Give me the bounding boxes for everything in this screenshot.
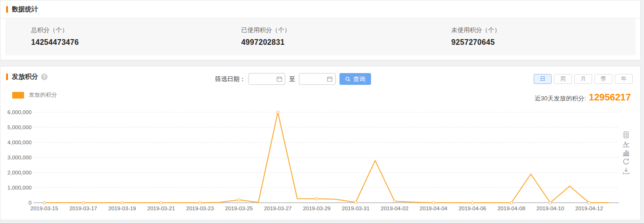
date-filter-label: 筛选日期： (215, 75, 246, 83)
chart-legend[interactable]: 发放的积分 (12, 91, 57, 99)
period-tabs: 日 周 月 季 年 (531, 74, 633, 84)
svg-text:4,000,000: 4,000,000 (8, 140, 32, 145)
svg-text:2,000,000: 2,000,000 (8, 170, 32, 175)
issued-points-title: 发放积分 (12, 73, 38, 81)
svg-text:5,000,000: 5,000,000 (8, 124, 32, 130)
stats-panel-title: 数据统计 (12, 5, 38, 14)
tab-year[interactable]: 年 (615, 74, 633, 84)
stat-unused-points: 未使用积分（个） 9257270645 (425, 26, 636, 47)
stats-box: 总积分（个） 14254473476 已使用积分（个） 4997202831 未… (5, 18, 636, 55)
svg-text:2019-03-15: 2019-03-15 (31, 206, 58, 211)
bar-chart-icon[interactable] (622, 149, 630, 157)
svg-text:2019-03-25: 2019-03-25 (225, 206, 253, 211)
start-date-wrap (248, 73, 285, 85)
stat-used-points: 已使用积分（个） 4997202831 (215, 26, 426, 47)
data-view-icon[interactable] (622, 131, 630, 139)
issued-points-header: 发放积分 ? (6, 73, 48, 81)
stat-label: 总积分（个） (31, 26, 215, 34)
summary-label: 近30天发放的积分: (535, 94, 586, 103)
svg-text:2019-03-21: 2019-03-21 (147, 206, 175, 211)
end-date-input[interactable] (299, 73, 336, 85)
title-accent-bar (6, 74, 8, 80)
date-filter: 筛选日期： 至 查询 (215, 73, 371, 85)
title-accent-bar (6, 6, 8, 13)
svg-text:3,000,000: 3,000,000 (8, 155, 32, 160)
summary-value: 12956217 (589, 92, 631, 103)
download-icon[interactable] (622, 167, 630, 174)
search-button[interactable]: 查询 (339, 73, 371, 85)
legend-label: 发放的积分 (29, 91, 57, 99)
chart-toolbox (622, 131, 630, 176)
stat-value: 9257270645 (451, 38, 636, 47)
svg-text:2019-04-06: 2019-04-06 (459, 206, 487, 211)
svg-text:2019-04-12: 2019-04-12 (575, 206, 603, 211)
svg-text:2019-03-17: 2019-03-17 (69, 206, 97, 211)
svg-text:2019-03-19: 2019-03-19 (108, 206, 136, 211)
thirty-day-summary: 近30天发放的积分: 12956217 (535, 92, 631, 103)
svg-text:2019-03-27: 2019-03-27 (264, 206, 292, 211)
restore-icon[interactable] (622, 158, 630, 165)
tab-month[interactable]: 月 (574, 74, 592, 84)
search-button-label: 查询 (353, 75, 365, 83)
svg-text:2019-03-31: 2019-03-31 (342, 206, 370, 211)
stat-label: 已使用积分（个） (241, 26, 426, 34)
legend-swatch (12, 92, 24, 99)
svg-text:2019-04-08: 2019-04-08 (497, 206, 525, 211)
end-date-wrap (299, 73, 336, 85)
svg-text:1,000,000: 1,000,000 (8, 185, 32, 190)
svg-text:2019-03-23: 2019-03-23 (186, 206, 214, 211)
help-icon[interactable]: ? (41, 74, 48, 80)
stats-panel: 数据统计 总积分（个） 14254473476 已使用积分（个） 4997202… (0, 0, 641, 60)
tab-day[interactable]: 日 (534, 74, 552, 84)
start-date-input[interactable] (248, 73, 285, 85)
svg-text:2019-04-04: 2019-04-04 (420, 206, 447, 211)
svg-text:0: 0 (29, 200, 32, 206)
svg-text:2019-04-02: 2019-04-02 (381, 206, 409, 211)
svg-text:2019-03-29: 2019-03-29 (303, 206, 330, 211)
stat-value: 14254473476 (31, 38, 215, 47)
svg-text:2019-04-10: 2019-04-10 (537, 206, 564, 211)
tab-week[interactable]: 周 (554, 74, 572, 84)
tab-quarter[interactable]: 季 (594, 74, 612, 84)
issued-points-line-chart[interactable]: 01,000,0002,000,0003,000,0004,000,0005,0… (0, 105, 644, 216)
line-chart-icon[interactable] (622, 140, 630, 148)
svg-text:6,000,000: 6,000,000 (8, 109, 32, 115)
stat-value: 4997202831 (241, 38, 426, 47)
stat-label: 未使用积分（个） (451, 26, 636, 34)
stat-total-points: 总积分（个） 14254473476 (5, 26, 215, 47)
stats-panel-header: 数据统计 (0, 0, 640, 18)
date-range-to-label: 至 (289, 75, 295, 83)
search-icon (345, 76, 351, 82)
issued-points-panel: 发放积分 ? 筛选日期： 至 查询 日 周 月 季 年 发放的积分 近30天发放… (0, 66, 641, 220)
